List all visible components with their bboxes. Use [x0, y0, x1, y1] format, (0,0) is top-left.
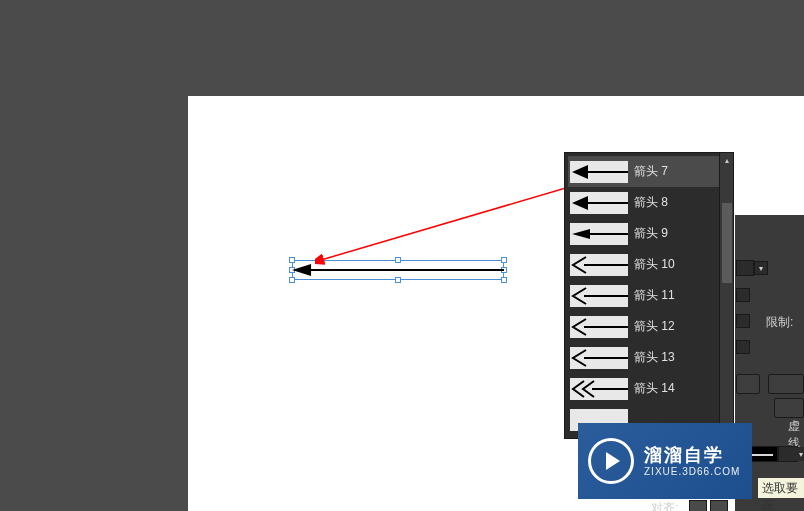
profile-menu-icon[interactable]: ▾	[797, 447, 804, 461]
arrowhead-option[interactable]: 箭头 12	[568, 311, 719, 342]
arrowhead-label: 箭头 14	[634, 380, 675, 397]
align-button[interactable]	[774, 398, 804, 418]
arrowhead-option[interactable]: 箭头 10	[568, 249, 719, 280]
align-stroke-btn-1[interactable]	[689, 500, 707, 511]
arrowhead-label: 箭头 10	[634, 256, 675, 273]
arrowhead-label: 箭头 9	[634, 225, 668, 242]
selection-handle[interactable]	[395, 257, 401, 263]
selection-handle[interactable]	[501, 257, 507, 263]
arrowhead-dropdown[interactable]: 箭头 7箭头 8箭头 9箭头 10箭头 11箭头 12箭头 13箭头 14 ▴ …	[564, 152, 734, 439]
scroll-thumb[interactable]	[722, 203, 732, 283]
arrowhead-preview	[570, 316, 628, 338]
arrowhead-preview	[570, 161, 628, 183]
arrowhead-label: 箭头 7	[634, 163, 668, 180]
svg-marker-0	[292, 264, 311, 276]
watermark-subtitle: ZIXUE.3D66.COM	[644, 466, 740, 479]
selection-handle[interactable]	[289, 257, 295, 263]
align-stroke-label: 对齐:	[651, 500, 678, 511]
arrowhead-preview	[570, 254, 628, 276]
arrowhead-label: 箭头 11	[634, 287, 675, 304]
limit-label: 限制:	[766, 314, 793, 331]
arrowhead-end-button[interactable]	[768, 374, 804, 394]
arrowhead-option[interactable]: 箭头 7	[568, 156, 719, 187]
arrowhead-preview	[570, 378, 628, 400]
play-icon	[588, 438, 634, 484]
arrowhead-option[interactable]: 箭头 8	[568, 187, 719, 218]
arrow-shape	[292, 264, 504, 276]
selection-handle[interactable]	[395, 277, 401, 283]
arrowhead-option[interactable]: 箭头 13	[568, 342, 719, 373]
watermark: 溜溜自学 ZIXUE.3D66.COM	[578, 423, 752, 499]
dropdown-toggle[interactable]: ▾	[754, 261, 768, 275]
arrowhead-label: 箭头 13	[634, 349, 675, 366]
arrowhead-label: 箭头 12	[634, 318, 675, 335]
arrowhead-start-button[interactable]	[736, 374, 760, 394]
dropdown-scrollbar[interactable]: ▴ ▾	[719, 153, 733, 438]
cap-option[interactable]	[736, 288, 750, 302]
selection-handle[interactable]	[501, 277, 507, 283]
arrowhead-option[interactable]: 箭头 11	[568, 280, 719, 311]
arrowhead-label: 箭头 8	[634, 194, 668, 211]
watermark-title: 溜溜自学	[644, 444, 740, 467]
arrowhead-preview	[570, 192, 628, 214]
selection-handle[interactable]	[289, 277, 295, 283]
align-stroke-btn-2[interactable]	[710, 500, 728, 511]
arrowhead-option[interactable]: 箭头 14	[568, 373, 719, 404]
scroll-up-icon[interactable]: ▴	[720, 153, 733, 167]
align-option[interactable]	[736, 340, 750, 354]
selected-object[interactable]	[292, 260, 504, 280]
tooltip: 选取要应	[758, 478, 804, 498]
arrowhead-preview	[570, 223, 628, 245]
profile-options[interactable]	[778, 446, 798, 462]
arrowhead-preview	[570, 285, 628, 307]
stroke-color-swatch[interactable]	[736, 260, 754, 276]
arrowhead-option[interactable]: 箭头 9	[568, 218, 719, 249]
corner-option[interactable]	[736, 314, 750, 328]
arrowhead-preview	[570, 347, 628, 369]
